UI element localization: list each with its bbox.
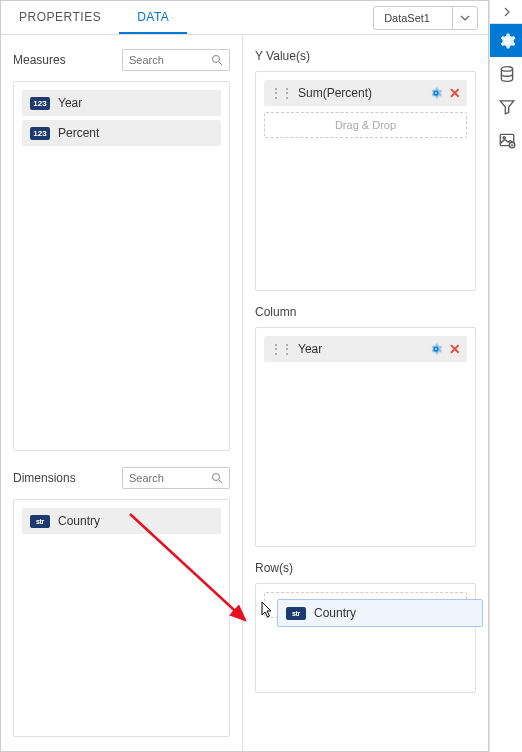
remove-icon[interactable]: ✕: [449, 341, 461, 357]
field-pill-country[interactable]: str Country: [22, 508, 221, 534]
gear-icon[interactable]: [429, 342, 443, 356]
remove-icon[interactable]: ✕: [449, 85, 461, 101]
number-type-icon: 123: [30, 97, 50, 110]
dropped-pill-sum-percent[interactable]: ⋮⋮ Sum(Percent) ✕: [264, 80, 467, 106]
dataset-select[interactable]: DataSet1: [373, 6, 478, 30]
search-icon: [211, 54, 223, 66]
chevron-down-icon: [453, 7, 477, 29]
yvalues-placeholder[interactable]: Drag & Drop: [264, 112, 467, 138]
tab-data[interactable]: DATA: [119, 1, 187, 34]
field-label: Year: [58, 96, 82, 110]
field-label: Percent: [58, 126, 99, 140]
svg-line-3: [219, 480, 222, 483]
column-dropzone[interactable]: ⋮⋮ Year ✕: [255, 327, 476, 547]
column-title: Column: [255, 305, 476, 319]
dropped-pill-year[interactable]: ⋮⋮ Year ✕: [264, 336, 467, 362]
dimensions-search-input[interactable]: [129, 472, 211, 484]
right-panel: Y Value(s) ⋮⋮ Sum(Percent) ✕ Drag & Drop…: [243, 35, 488, 751]
dropped-label: Year: [298, 342, 423, 356]
svg-point-7: [503, 136, 505, 138]
field-pill-year[interactable]: 123 Year: [22, 90, 221, 116]
dimensions-search[interactable]: [122, 467, 230, 489]
measures-list: 123 Year 123 Percent: [13, 81, 230, 451]
database-button[interactable]: [490, 57, 522, 90]
number-type-icon: 123: [30, 127, 50, 140]
measures-title: Measures: [13, 53, 66, 67]
gear-icon[interactable]: [429, 86, 443, 100]
measures-search-input[interactable]: [129, 54, 211, 66]
dimensions-title: Dimensions: [13, 471, 76, 485]
dropped-label: Sum(Percent): [298, 86, 423, 100]
tab-properties[interactable]: PROPERTIES: [1, 1, 119, 34]
svg-point-5: [501, 66, 512, 71]
drag-ghost-country: str Country: [277, 599, 483, 627]
search-icon: [211, 472, 223, 484]
right-sidebar: [489, 0, 522, 752]
field-label: Country: [58, 514, 100, 528]
tabs-row: PROPERTIES DATA DataSet1: [1, 1, 488, 35]
cursor-icon: [261, 601, 275, 619]
svg-point-2: [213, 474, 220, 481]
measures-search[interactable]: [122, 49, 230, 71]
collapse-button[interactable]: [490, 0, 522, 24]
dimensions-list: str Country: [13, 499, 230, 737]
svg-line-1: [219, 62, 222, 65]
dataset-select-value: DataSet1: [374, 7, 453, 29]
filter-button[interactable]: [490, 90, 522, 123]
yvalues-dropzone[interactable]: ⋮⋮ Sum(Percent) ✕ Drag & Drop: [255, 71, 476, 291]
string-type-icon: str: [286, 607, 306, 620]
image-button[interactable]: [490, 123, 522, 156]
drag-ghost-label: Country: [314, 606, 356, 620]
yvalues-title: Y Value(s): [255, 49, 476, 63]
settings-gear-button[interactable]: [490, 24, 522, 57]
string-type-icon: str: [30, 515, 50, 528]
left-panel: Measures 123 Year 123 Percent: [1, 35, 243, 751]
drag-handle-icon[interactable]: ⋮⋮: [270, 343, 292, 355]
drag-handle-icon[interactable]: ⋮⋮: [270, 87, 292, 99]
field-pill-percent[interactable]: 123 Percent: [22, 120, 221, 146]
svg-point-0: [213, 56, 220, 63]
rows-title: Row(s): [255, 561, 476, 575]
